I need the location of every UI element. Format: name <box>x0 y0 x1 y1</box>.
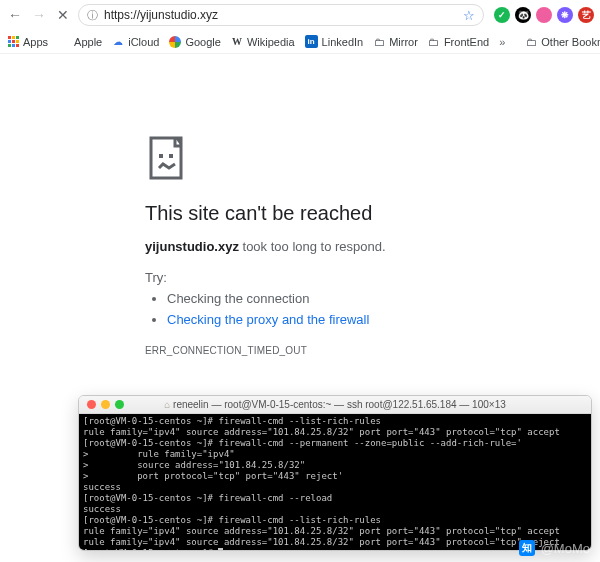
url-text: https://yijunstudio.xyz <box>104 8 218 22</box>
error-title: This site can't be reached <box>145 202 540 225</box>
suggestion-connection: Checking the connection <box>167 289 540 310</box>
apps-grid-icon <box>8 36 19 47</box>
window-controls[interactable] <box>87 400 124 409</box>
chevron-right-icon: » <box>499 36 505 48</box>
apple-icon <box>58 36 70 48</box>
terminal-cursor <box>218 548 223 551</box>
zoom-icon[interactable] <box>115 400 124 409</box>
bookmark-frontend-folder[interactable]: 🗀 FrontEnd <box>428 36 489 48</box>
google-icon <box>169 36 181 48</box>
back-button[interactable]: ← <box>6 6 24 24</box>
sad-page-icon <box>145 134 193 182</box>
bookmark-label: Apple <box>74 36 102 48</box>
bookmark-wikipedia[interactable]: W Wikipedia <box>231 36 295 48</box>
bookmarks-bar: Apps Apple ☁ iCloud Google W Wikipedia i… <box>0 30 600 54</box>
bookmark-star-icon[interactable]: ☆ <box>463 8 475 23</box>
stop-button[interactable]: ✕ <box>54 6 72 24</box>
bookmarks-overflow[interactable]: » <box>499 36 505 48</box>
extension-panda-icon[interactable]: 🐼 <box>515 7 531 23</box>
terminal-titlebar[interactable]: ⌂ reneelin — root@VM-0-15-centos:~ — ssh… <box>79 396 591 414</box>
bookmark-google[interactable]: Google <box>169 36 220 48</box>
terminal-title-text: ⌂ reneelin — root@VM-0-15-centos:~ — ssh… <box>87 399 583 410</box>
bookmark-linkedin[interactable]: in LinkedIn <box>305 35 364 48</box>
folder-icon: 🗀 <box>373 36 385 48</box>
bookmark-label: Google <box>185 36 220 48</box>
bookmark-label: Wikipedia <box>247 36 295 48</box>
extensions: ✓ 🐼 ❋ 艺 <box>494 7 594 23</box>
terminal-output[interactable]: [root@VM-0-15-centos ~]# firewall-cmd --… <box>79 414 591 550</box>
bookmark-label: iCloud <box>128 36 159 48</box>
svg-rect-2 <box>159 154 163 158</box>
suggestion-list: Checking the connection Checking the pro… <box>145 289 540 331</box>
forward-button[interactable]: → <box>30 6 48 24</box>
bookmark-label: Other Bookmarks <box>541 36 600 48</box>
address-bar[interactable]: ⓘ https://yijunstudio.xyz ☆ <box>78 4 484 26</box>
wikipedia-icon: W <box>231 36 243 48</box>
info-icon: ⓘ <box>87 8 98 23</box>
bookmark-label: Apps <box>23 36 48 48</box>
bookmark-icloud[interactable]: ☁ iCloud <box>112 36 159 48</box>
error-page: This site can't be reached yijunstudio.x… <box>0 54 600 356</box>
extension-purple-icon[interactable]: ❋ <box>557 7 573 23</box>
extension-red-icon[interactable]: 艺 <box>578 7 594 23</box>
svg-rect-3 <box>169 154 173 158</box>
folder-icon: 🗀 <box>428 36 440 48</box>
minimize-icon[interactable] <box>101 400 110 409</box>
folder-icon: 🗀 <box>525 36 537 48</box>
error-code: ERR_CONNECTION_TIMED_OUT <box>145 345 540 356</box>
error-host: yijunstudio.xyz <box>145 239 239 254</box>
bookmark-label: LinkedIn <box>322 36 364 48</box>
try-label: Try: <box>145 270 540 285</box>
close-icon[interactable] <box>87 400 96 409</box>
suggestion-proxy-firewall: Checking the proxy and the firewall <box>167 310 540 331</box>
extension-pink-icon[interactable] <box>536 7 552 23</box>
browser-nav-bar: ← → ✕ ⓘ https://yijunstudio.xyz ☆ ✓ 🐼 ❋ … <box>0 0 600 30</box>
terminal-window[interactable]: ⌂ reneelin — root@VM-0-15-centos:~ — ssh… <box>78 395 592 551</box>
cloud-icon: ☁ <box>112 36 124 48</box>
bookmark-apps[interactable]: Apps <box>8 36 48 48</box>
other-bookmarks-folder[interactable]: 🗀 Other Bookmarks <box>525 36 600 48</box>
bookmark-label: Mirror <box>389 36 418 48</box>
proxy-firewall-link[interactable]: Checking the proxy and the firewall <box>167 312 369 327</box>
bookmark-apple[interactable]: Apple <box>58 36 102 48</box>
extension-green-icon[interactable]: ✓ <box>494 7 510 23</box>
error-description: yijunstudio.xyz took too long to respond… <box>145 239 540 254</box>
bookmark-label: FrontEnd <box>444 36 489 48</box>
error-desc-suffix: took too long to respond. <box>239 239 386 254</box>
linkedin-icon: in <box>305 35 318 48</box>
bookmark-mirror-folder[interactable]: 🗀 Mirror <box>373 36 418 48</box>
